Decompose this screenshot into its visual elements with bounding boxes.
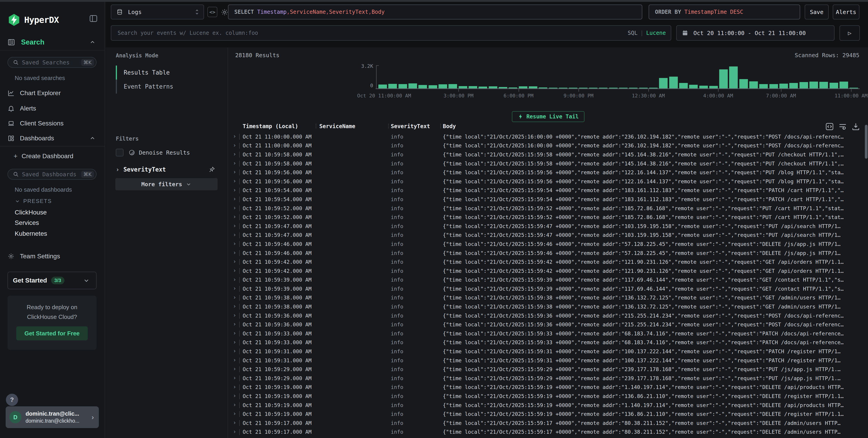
- table-row[interactable]: ›Oct 21 10:59:58.000 AMinfo{"time_local"…: [228, 150, 865, 159]
- table-row[interactable]: ›Oct 21 10:59:29.000 AMinfo{"time_local"…: [228, 374, 865, 383]
- expand-chevron-icon[interactable]: ›: [233, 178, 236, 184]
- expand-chevron-icon[interactable]: ›: [233, 357, 236, 363]
- denoise-checkbox[interactable]: [116, 149, 123, 157]
- histogram-bar[interactable]: [519, 86, 527, 88]
- expand-chevron-icon[interactable]: ›: [233, 419, 236, 426]
- saved-dashboards-input[interactable]: [22, 171, 81, 178]
- expand-chevron-icon[interactable]: ›: [233, 402, 236, 408]
- table-row[interactable]: ›Oct 21 10:59:19.000 AMinfo{"time_local"…: [228, 409, 865, 418]
- histogram-bar[interactable]: [719, 69, 728, 88]
- get-started-free-button[interactable]: Get Started for Free: [16, 326, 88, 340]
- column-config-icon[interactable]: [825, 122, 834, 131]
- expand-chevron-icon[interactable]: ›: [233, 169, 236, 175]
- histogram-bar[interactable]: [779, 83, 788, 88]
- histogram-bar[interactable]: [729, 66, 738, 88]
- table-row[interactable]: ›Oct 21 10:59:47.000 AMinfo{"time_local"…: [228, 231, 865, 240]
- table-row[interactable]: ›Oct 21 10:59:33.000 AMinfo{"time_local"…: [228, 329, 865, 338]
- expand-chevron-icon[interactable]: ›: [233, 429, 236, 435]
- histogram-bar[interactable]: [830, 83, 838, 88]
- expand-chevron-icon[interactable]: ›: [233, 339, 236, 345]
- table-row[interactable]: ›Oct 21 10:59:36.000 AMinfo{"time_local"…: [228, 311, 865, 320]
- expand-chevron-icon[interactable]: ›: [233, 240, 236, 247]
- get-started-toggle[interactable]: Get Started 3/3: [7, 272, 97, 289]
- histogram-bar[interactable]: [839, 81, 848, 88]
- histogram-bar[interactable]: [819, 82, 828, 88]
- date-range-picker[interactable]: Oct 20 11:00:00 - Oct 21 11:00:00: [676, 25, 835, 41]
- histogram-bar[interactable]: [659, 78, 668, 88]
- save-button[interactable]: Save: [805, 4, 829, 20]
- table-row[interactable]: ›Oct 21 10:59:56.000 AMinfo{"time_local"…: [228, 177, 865, 186]
- table-row[interactable]: ›Oct 21 10:59:54.000 AMinfo{"time_local"…: [228, 195, 865, 204]
- saved-dashboards-search[interactable]: ⌘K: [7, 169, 97, 180]
- event-search-bar[interactable]: SQL | Lucene: [111, 25, 671, 41]
- table-row[interactable]: ›Oct 21 10:59:56.000 AMinfo{"time_local"…: [228, 168, 865, 177]
- expand-chevron-icon[interactable]: ›: [233, 232, 236, 238]
- histogram-bar[interactable]: [408, 83, 417, 88]
- collapse-sidebar-icon[interactable]: [89, 14, 98, 23]
- table-row[interactable]: ›Oct 21 10:59:19.000 AMinfo{"time_local"…: [228, 401, 865, 410]
- expand-chevron-icon[interactable]: ›: [233, 151, 236, 157]
- table-row[interactable]: ›Oct 21 10:59:19.000 AMinfo{"time_local"…: [228, 392, 865, 401]
- histogram-bar[interactable]: [478, 87, 487, 88]
- table-row[interactable]: ›Oct 21 10:59:39.000 AMinfo{"time_local"…: [228, 284, 865, 293]
- expand-chevron-icon[interactable]: ›: [233, 348, 236, 354]
- table-row[interactable]: ›Oct 21 10:59:52.000 AMinfo{"time_local"…: [228, 204, 865, 213]
- col-body[interactable]: Body: [443, 123, 456, 130]
- lucene-toggle[interactable]: Lucene: [646, 30, 666, 36]
- download-icon[interactable]: [851, 122, 860, 131]
- sidebar-item-search[interactable]: Search: [0, 36, 105, 49]
- table-scrollbar[interactable]: [865, 125, 868, 159]
- table-row[interactable]: ›Oct 21 10:59:31.000 AMinfo{"time_local"…: [228, 347, 865, 356]
- expand-chevron-icon[interactable]: ›: [233, 375, 236, 381]
- sidebar-item-services[interactable]: Services: [15, 219, 39, 227]
- expand-chevron-icon[interactable]: ›: [233, 410, 236, 417]
- histogram-bar[interactable]: [438, 84, 447, 88]
- histogram-bar[interactable]: [809, 81, 818, 88]
- sql-mode-icon[interactable]: <>: [207, 7, 217, 17]
- severity-filter-group[interactable]: › SeverityText: [116, 165, 218, 174]
- table-row[interactable]: ›Oct 21 10:59:46.000 AMinfo{"time_local"…: [228, 240, 865, 248]
- histogram-bar[interactable]: [739, 79, 748, 88]
- table-row[interactable]: ›Oct 21 10:59:17.000 AMinfo{"time_local"…: [228, 418, 865, 428]
- expand-chevron-icon[interactable]: ›: [233, 213, 236, 220]
- table-row[interactable]: ›Oct 21 11:00:00.000 AMinfo{"time_local"…: [228, 132, 865, 141]
- table-row[interactable]: ›Oct 21 10:59:36.000 AMinfo{"time_local"…: [228, 320, 865, 329]
- expand-chevron-icon[interactable]: ›: [233, 187, 236, 193]
- wrap-text-icon[interactable]: [838, 122, 847, 131]
- table-row[interactable]: ›Oct 21 10:59:17.000 AMinfo{"time_local"…: [228, 428, 865, 437]
- table-row[interactable]: ›Oct 21 10:59:31.000 AMinfo{"time_local"…: [228, 356, 865, 365]
- histogram-bar[interactable]: [800, 82, 808, 88]
- table-row[interactable]: ›Oct 21 10:59:39.000 AMinfo{"time_local"…: [228, 275, 865, 284]
- help-button[interactable]: ?: [6, 394, 18, 406]
- select-clause-input[interactable]: SELECT Timestamp,ServiceName,SeverityTex…: [228, 4, 642, 20]
- histogram-bar[interactable]: [448, 84, 457, 88]
- sidebar-item-dashboards[interactable]: Dashboards: [0, 131, 105, 145]
- table-row[interactable]: ›Oct 21 10:59:33.000 AMinfo{"time_local"…: [228, 338, 865, 347]
- expand-chevron-icon[interactable]: ›: [233, 303, 236, 309]
- resume-live-tail-button[interactable]: Resume Live Tail: [512, 111, 584, 122]
- tab-event-patterns[interactable]: Event Patterns: [116, 79, 211, 94]
- histogram-bar[interactable]: [378, 85, 387, 88]
- expand-chevron-icon[interactable]: ›: [233, 393, 236, 399]
- table-row[interactable]: ›Oct 21 11:00:00.000 AMinfo{"time_local"…: [228, 141, 865, 150]
- orderby-input[interactable]: ORDER BY TimestampTime DESC: [649, 4, 800, 20]
- denoise-results-option[interactable]: Denoise Results: [116, 149, 190, 157]
- histogram-bar[interactable]: [769, 84, 778, 88]
- alerts-button[interactable]: Alerts: [833, 4, 859, 20]
- expand-chevron-icon[interactable]: ›: [233, 249, 236, 256]
- expand-chevron-icon[interactable]: ›: [233, 384, 236, 390]
- histogram-bar[interactable]: [429, 85, 437, 88]
- histogram-bar[interactable]: [679, 83, 688, 88]
- histogram-bar[interactable]: [529, 86, 537, 88]
- expand-chevron-icon[interactable]: ›: [233, 285, 236, 292]
- histogram-bar[interactable]: [699, 86, 708, 88]
- table-row[interactable]: ›Oct 21 10:59:52.000 AMinfo{"time_local"…: [228, 213, 865, 222]
- expand-chevron-icon[interactable]: ›: [233, 366, 236, 372]
- col-resize-handle[interactable]: ⋮: [438, 123, 443, 129]
- expand-chevron-icon[interactable]: ›: [233, 312, 236, 318]
- expand-chevron-icon[interactable]: ›: [233, 258, 236, 265]
- pin-icon[interactable]: [209, 166, 215, 173]
- table-row[interactable]: ›Oct 21 10:59:58.000 AMinfo{"time_local"…: [228, 159, 865, 168]
- expand-chevron-icon[interactable]: ›: [233, 133, 236, 139]
- histogram-bar[interactable]: [669, 77, 678, 88]
